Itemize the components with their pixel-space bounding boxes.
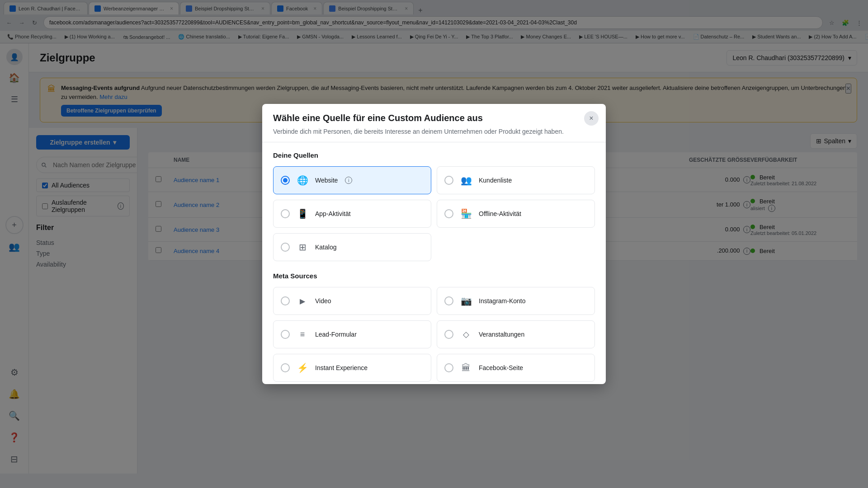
app-aktivitaet-icon: 📱	[295, 206, 310, 221]
source-instagram[interactable]: 📷 Instagram-Konto	[437, 287, 595, 315]
modal-close-icon: ×	[589, 114, 593, 122]
source-offline-aktivitaet[interactable]: 🏪 Offline-Aktivität	[437, 200, 595, 228]
katalog-label: Katalog	[315, 244, 336, 251]
instagram-label: Instagram-Konto	[479, 297, 526, 305]
source-instant-experience[interactable]: ⚡ Instant Experience	[273, 354, 431, 382]
radio-veranstaltungen	[444, 330, 453, 339]
video-icon: ▶	[295, 294, 310, 308]
website-icon: 🌐	[295, 173, 310, 188]
source-veranstaltungen[interactable]: ◇ Veranstaltungen	[437, 320, 595, 348]
facebook-seite-icon: 🏛	[459, 361, 473, 375]
app-aktivitaet-label: App-Aktivität	[315, 210, 351, 217]
website-info-icon[interactable]: i	[345, 177, 352, 184]
radio-instagram	[444, 296, 453, 305]
source-app-aktivitaet[interactable]: 📱 App-Aktivität	[273, 200, 431, 228]
meta-sources-title: Meta Sources	[273, 272, 595, 280]
radio-kundenliste	[444, 176, 453, 185]
source-kundenliste[interactable]: 👥 Kundenliste	[437, 166, 595, 194]
source-katalog[interactable]: ⊞ Katalog	[273, 233, 431, 261]
deine-quellen-grid: 🌐 Website i 👥 Kundenliste 📱 App-Aktivitä…	[273, 166, 595, 261]
radio-website	[281, 176, 290, 185]
source-website[interactable]: 🌐 Website i	[273, 166, 431, 194]
video-label: Video	[315, 297, 331, 305]
instagram-icon: 📷	[459, 294, 473, 308]
modal-close-button[interactable]: ×	[584, 111, 599, 126]
custom-audience-modal: Wähle eine Quelle für eine Custom Audien…	[262, 104, 606, 384]
radio-app-aktivitaet	[281, 209, 290, 218]
modal-subtitle: Verbinde dich mit Personen, die bereits …	[273, 127, 595, 136]
modal-title: Wähle eine Quelle für eine Custom Audien…	[273, 113, 595, 123]
kundenliste-label: Kundenliste	[479, 177, 512, 184]
modal-backdrop: Wähle eine Quelle für eine Custom Audien…	[0, 0, 868, 488]
lead-formular-label: Lead-Formular	[315, 331, 357, 338]
instant-experience-icon: ⚡	[295, 361, 310, 375]
source-video[interactable]: ▶ Video	[273, 287, 431, 315]
modal-body: Deine Quellen 🌐 Website i 👥 Kundenliste	[262, 142, 606, 384]
meta-sources-grid: ▶ Video 📷 Instagram-Konto ≡ Lead-Formula…	[273, 287, 595, 384]
radio-facebook-seite	[444, 363, 453, 372]
deine-quellen-title: Deine Quellen	[273, 151, 595, 159]
kundenliste-icon: 👥	[459, 173, 473, 188]
lead-formular-icon: ≡	[295, 327, 310, 342]
website-label: Website	[315, 177, 338, 184]
veranstaltungen-icon: ◇	[459, 327, 473, 342]
instant-experience-label: Instant Experience	[315, 364, 368, 371]
radio-katalog	[281, 243, 290, 252]
offline-aktivitaet-icon: 🏪	[459, 206, 473, 221]
radio-offline-aktivitaet	[444, 209, 453, 218]
veranstaltungen-label: Veranstaltungen	[479, 331, 524, 338]
katalog-icon: ⊞	[295, 240, 310, 254]
source-facebook-seite[interactable]: 🏛 Facebook-Seite	[437, 354, 595, 382]
radio-lead-formular	[281, 330, 290, 339]
radio-instant-experience	[281, 363, 290, 372]
radio-video	[281, 296, 290, 305]
source-lead-formular[interactable]: ≡ Lead-Formular	[273, 320, 431, 348]
facebook-seite-label: Facebook-Seite	[479, 364, 523, 371]
modal-header: Wähle eine Quelle für eine Custom Audien…	[262, 104, 606, 142]
offline-aktivitaet-label: Offline-Aktivität	[479, 210, 521, 217]
